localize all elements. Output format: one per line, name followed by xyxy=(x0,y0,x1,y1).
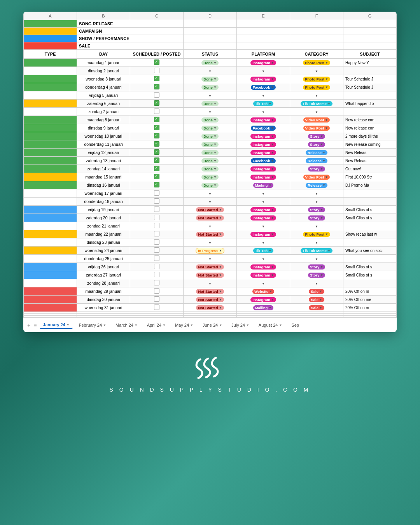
platform-cell[interactable]: Instagram ▼ xyxy=(237,263,290,271)
status-cell[interactable]: ▼ xyxy=(184,189,237,198)
platform-cell[interactable]: Facebook ▼ xyxy=(237,83,290,91)
scheduled-cell[interactable] xyxy=(130,100,184,108)
platform-cell[interactable]: ▼ xyxy=(237,222,290,230)
scheduled-cell[interactable] xyxy=(130,222,184,230)
checkbox-checked[interactable] xyxy=(154,133,159,138)
category-cell[interactable]: ▼ xyxy=(290,67,343,75)
category-cell[interactable]: Story ▼ xyxy=(290,271,343,279)
platform-cell[interactable]: Website ▼ xyxy=(237,287,290,296)
platform-cell[interactable]: Tik Tok ▼ xyxy=(237,100,290,108)
platform-cell[interactable]: ▼ xyxy=(237,67,290,75)
tab-menu-button[interactable]: ≡ xyxy=(33,322,37,328)
scheduled-cell[interactable] xyxy=(130,271,184,279)
scheduled-cell[interactable] xyxy=(130,173,184,181)
tab-february[interactable]: February 24 ▼ xyxy=(76,322,109,329)
checkbox-checked[interactable] xyxy=(154,100,159,106)
platform-cell[interactable]: Instagram ▼ xyxy=(237,230,290,238)
checkbox-unchecked[interactable] xyxy=(154,247,159,253)
platform-cell[interactable]: ▼ xyxy=(237,255,290,263)
scheduled-cell[interactable] xyxy=(130,230,184,238)
status-cell[interactable]: Done ▼ xyxy=(184,157,237,165)
category-cell[interactable]: Tik Tok Meme ▼ xyxy=(290,247,343,255)
status-cell[interactable]: ▼ xyxy=(184,108,237,116)
platform-cell[interactable]: Instagram ▼ xyxy=(237,116,290,124)
platform-cell[interactable]: Instagram ▼ xyxy=(237,132,290,140)
tab-march[interactable]: March 24 ▼ xyxy=(112,322,141,329)
platform-cell[interactable]: Instagram ▼ xyxy=(237,206,290,214)
category-cell[interactable]: Story ▼ xyxy=(290,140,343,149)
scheduled-cell[interactable] xyxy=(130,140,184,149)
category-cell[interactable]: ▼ xyxy=(290,189,343,198)
scheduled-cell[interactable] xyxy=(130,91,184,100)
platform-cell[interactable]: Instagram ▼ xyxy=(237,173,290,181)
category-cell[interactable]: Photo Post ▼ xyxy=(290,75,343,83)
status-cell[interactable]: Not Started ▼ xyxy=(184,230,237,238)
scheduled-cell[interactable] xyxy=(130,59,184,67)
status-cell[interactable]: ▼ xyxy=(184,255,237,263)
checkbox-checked[interactable] xyxy=(154,149,159,155)
scheduled-cell[interactable] xyxy=(130,181,184,189)
checkbox-unchecked[interactable] xyxy=(154,256,159,261)
checkbox-unchecked[interactable] xyxy=(154,231,159,236)
checkbox-unchecked[interactable] xyxy=(154,288,159,294)
platform-cell[interactable]: ▼ xyxy=(237,91,290,100)
status-cell[interactable]: Done ▼ xyxy=(184,100,237,108)
category-cell[interactable]: Story ▼ xyxy=(290,165,343,173)
scheduled-cell[interactable] xyxy=(130,279,184,287)
category-cell[interactable]: Video Post ▼ xyxy=(290,124,343,132)
scheduled-cell[interactable] xyxy=(130,157,184,165)
category-cell[interactable]: Release ▼ xyxy=(290,149,343,157)
checkbox-unchecked[interactable] xyxy=(154,239,159,245)
platform-cell[interactable]: Instagram ▼ xyxy=(237,271,290,279)
status-cell[interactable]: Not Started ▼ xyxy=(184,263,237,271)
status-cell[interactable]: Done ▼ xyxy=(184,75,237,83)
checkbox-checked[interactable] xyxy=(154,158,159,163)
category-cell[interactable]: Sale ▼ xyxy=(290,304,343,312)
status-cell[interactable]: ▼ xyxy=(184,198,237,206)
category-cell[interactable]: ▼ xyxy=(290,108,343,116)
status-cell[interactable]: ▼ xyxy=(184,222,237,230)
category-cell[interactable]: ▼ xyxy=(290,255,343,263)
status-cell[interactable]: Done ▼ xyxy=(184,59,237,67)
category-cell[interactable]: ▼ xyxy=(290,198,343,206)
scheduled-cell[interactable] xyxy=(130,75,184,83)
status-cell[interactable]: Not Started ▼ xyxy=(184,271,237,279)
checkbox-unchecked[interactable] xyxy=(154,296,159,302)
category-cell[interactable]: Release ▼ xyxy=(290,181,343,189)
checkbox-unchecked[interactable] xyxy=(154,190,159,196)
platform-cell[interactable]: Tik Tok ▼ xyxy=(237,247,290,255)
checkbox-checked[interactable] xyxy=(154,166,159,171)
category-cell[interactable]: Story ▼ xyxy=(290,132,343,140)
checkbox-unchecked[interactable] xyxy=(154,108,159,114)
scheduled-cell[interactable] xyxy=(130,247,184,255)
category-cell[interactable]: Story ▼ xyxy=(290,214,343,222)
platform-cell[interactable]: Instagram ▼ xyxy=(237,149,290,157)
scheduled-cell[interactable] xyxy=(130,108,184,116)
category-cell[interactable]: Story ▼ xyxy=(290,206,343,214)
status-cell[interactable]: Done ▼ xyxy=(184,149,237,157)
platform-cell[interactable]: Instagram ▼ xyxy=(237,214,290,222)
scheduled-cell[interactable] xyxy=(130,238,184,247)
status-cell[interactable]: Not Started ▼ xyxy=(184,296,237,304)
status-cell[interactable]: Done ▼ xyxy=(184,132,237,140)
checkbox-unchecked[interactable] xyxy=(154,198,159,204)
tab-april[interactable]: April 24 ▼ xyxy=(144,322,169,329)
scheduled-cell[interactable] xyxy=(130,165,184,173)
status-cell[interactable]: ▼ xyxy=(184,279,237,287)
category-cell[interactable]: ▼ xyxy=(290,222,343,230)
checkbox-unchecked[interactable] xyxy=(154,215,159,220)
status-cell[interactable]: Done ▼ xyxy=(184,173,237,181)
tab-august[interactable]: August 24 ▼ xyxy=(256,322,285,329)
checkbox-unchecked[interactable] xyxy=(154,280,159,285)
checkbox-checked[interactable] xyxy=(154,76,159,81)
platform-cell[interactable]: Instagram ▼ xyxy=(237,59,290,67)
scheduled-cell[interactable] xyxy=(130,296,184,304)
scheduled-cell[interactable] xyxy=(130,83,184,91)
category-cell[interactable]: Photo Post ▼ xyxy=(290,59,343,67)
platform-cell[interactable]: ▼ xyxy=(237,108,290,116)
status-cell[interactable]: Done ▼ xyxy=(184,165,237,173)
category-cell[interactable]: Video Post ▼ xyxy=(290,116,343,124)
scheduled-cell[interactable] xyxy=(130,263,184,271)
checkbox-checked[interactable] xyxy=(154,174,159,179)
scheduled-cell[interactable] xyxy=(130,287,184,296)
